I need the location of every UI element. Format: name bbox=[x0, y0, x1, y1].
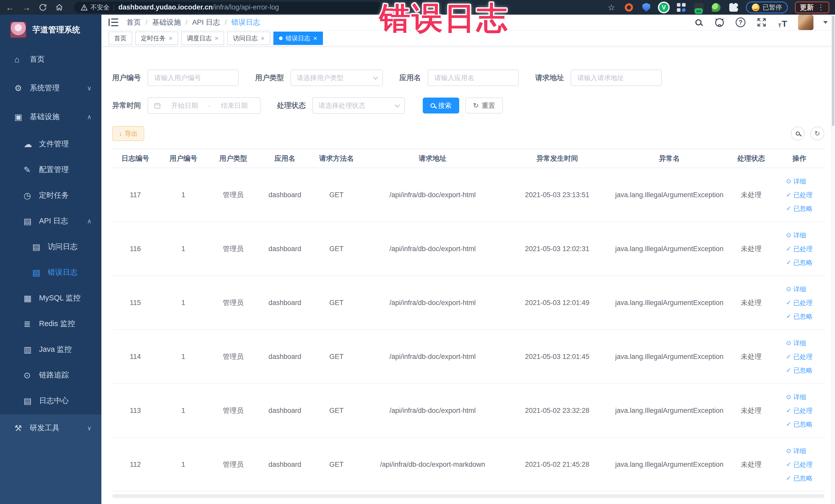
sidebar-item-dev-tools[interactable]: ⚒ 研发工具 ∨ bbox=[0, 414, 101, 442]
processed-link[interactable]: ✓已处理 bbox=[786, 191, 812, 199]
processed-link[interactable]: ✓已处理 bbox=[786, 406, 812, 415]
search-icon[interactable] bbox=[693, 17, 704, 28]
sidebar-item[interactable]: ▤ API 日志 ∧ bbox=[0, 208, 101, 234]
close-icon[interactable]: × bbox=[215, 35, 219, 42]
reset-button[interactable]: ↻ 重置 bbox=[465, 98, 503, 114]
extension-v-icon[interactable]: V bbox=[659, 2, 669, 13]
export-button[interactable]: ↓ 导出 bbox=[112, 126, 144, 141]
annotation-text: 错误日志 bbox=[380, 1, 509, 35]
avatar[interactable] bbox=[798, 15, 813, 30]
tab[interactable]: 首页 × bbox=[108, 32, 132, 45]
extension-puzzle-icon[interactable] bbox=[729, 2, 739, 13]
home-icon[interactable] bbox=[55, 3, 64, 12]
extension-on-icon[interactable]: on bbox=[694, 2, 704, 13]
close-icon[interactable]: × bbox=[169, 35, 172, 42]
user-id-field[interactable] bbox=[148, 69, 239, 86]
tab[interactable]: 调度日志 × bbox=[181, 32, 224, 45]
sidebar-item[interactable]: ⚙ 系统管理 ∨ bbox=[0, 74, 101, 102]
toggle-search-button[interactable] bbox=[791, 126, 805, 140]
processed-link[interactable]: ✓已处理 bbox=[786, 460, 812, 469]
cell-operations: ⊙详细 ✓已处理 ✓已忽略 bbox=[774, 330, 824, 384]
detail-link[interactable]: ⊙详细 bbox=[786, 231, 806, 240]
tab[interactable]: 错误日志 × bbox=[273, 32, 323, 45]
processed-link[interactable]: ✓已处理 bbox=[786, 352, 812, 361]
sidebar-item[interactable]: ⊙ 链路追踪 bbox=[0, 362, 101, 388]
paused-badge[interactable]: 已暂停 bbox=[746, 2, 788, 13]
ignored-link[interactable]: ✓已忽略 bbox=[786, 312, 812, 321]
detail-link[interactable]: ⊙详细 bbox=[786, 393, 806, 401]
horizontal-scrollbar[interactable] bbox=[112, 494, 824, 498]
back-icon[interactable]: ← bbox=[6, 3, 14, 12]
address-bar[interactable]: 不安全 dashboard.yudao.iocoder.cn/infra/log… bbox=[74, 2, 382, 13]
close-icon[interactable]: × bbox=[313, 35, 317, 42]
breadcrumb-item[interactable]: 基础设施 bbox=[152, 18, 192, 27]
cell-url: /api/infra/db-doc/export-html bbox=[361, 222, 504, 276]
tab[interactable]: 定时任务 × bbox=[135, 32, 178, 45]
extension-orange-icon[interactable] bbox=[624, 2, 634, 13]
processed-link[interactable]: ✓已处理 bbox=[786, 299, 812, 307]
extension-grid-icon[interactable] bbox=[676, 2, 686, 13]
breadcrumb-item[interactable]: 错误日志 bbox=[231, 18, 260, 27]
refresh-button[interactable]: ↻ bbox=[810, 126, 824, 140]
sidebar-item[interactable]: ▥ Java 监控 bbox=[0, 337, 101, 362]
ignored-link[interactable]: ✓已忽略 bbox=[786, 204, 812, 213]
eye-icon: ⊙ bbox=[786, 394, 791, 400]
ignored-link[interactable]: ✓已忽略 bbox=[786, 474, 812, 482]
search-button[interactable]: 搜索 bbox=[423, 98, 459, 114]
cell-user-type: 管理员 bbox=[208, 438, 258, 491]
process-status-select[interactable]: 请选择处理状态 bbox=[312, 97, 405, 114]
bookmark-star-icon[interactable]: ☆ bbox=[606, 2, 616, 13]
reload-icon[interactable] bbox=[39, 3, 47, 12]
detail-link[interactable]: ⊙详细 bbox=[786, 285, 806, 294]
chevron-down-icon[interactable] bbox=[823, 21, 828, 24]
breadcrumb-item[interactable]: API 日志 bbox=[192, 18, 231, 27]
ignored-link[interactable]: ✓已忽略 bbox=[786, 420, 812, 428]
sidebar-item[interactable]: ▦ MySQL 监控 bbox=[0, 285, 101, 311]
breadcrumb-item[interactable]: 首页 bbox=[126, 18, 152, 27]
processed-link[interactable]: ✓已处理 bbox=[786, 245, 812, 253]
cell-user-id: 1 bbox=[158, 276, 208, 330]
cell-url: /api/infra/db-doc/export-html bbox=[361, 330, 504, 384]
sidebar-item[interactable]: ☁ 文件管理 bbox=[0, 131, 101, 157]
sidebar-item[interactable]: ≣ Redis 监控 bbox=[0, 311, 101, 337]
scrollbar-thumb[interactable] bbox=[832, 16, 834, 126]
sidebar-item[interactable]: ▤ 日志中心 bbox=[0, 388, 101, 414]
date-range-picker[interactable]: 开始日期 - 结束日期 bbox=[148, 97, 261, 114]
eye-icon: ⊙ bbox=[786, 178, 791, 184]
detail-link[interactable]: ⊙详细 bbox=[786, 339, 806, 347]
detail-link[interactable]: ⊙详细 bbox=[786, 447, 806, 455]
font-size-icon[interactable]: TT bbox=[777, 17, 788, 28]
sidebar-item[interactable]: ▤ 访问日志 bbox=[0, 234, 101, 260]
app-name-field[interactable] bbox=[428, 69, 519, 86]
vertical-scrollbar[interactable] bbox=[831, 15, 835, 504]
sidebar-item[interactable]: ✎ 配置管理 bbox=[0, 157, 101, 183]
ignored-link[interactable]: ✓已忽略 bbox=[786, 258, 812, 267]
sidebar-item[interactable]: ▤ 错误日志 bbox=[0, 260, 101, 285]
security-warning[interactable]: 不安全 bbox=[81, 3, 109, 12]
kebab-menu-icon[interactable]: ⋮ bbox=[817, 3, 824, 12]
check-icon: ✓ bbox=[786, 354, 791, 360]
fullscreen-icon[interactable] bbox=[756, 17, 767, 28]
url-text[interactable]: dashboard.yudao.iocoder.cn/infra/log/api… bbox=[118, 3, 279, 11]
browser-update-button[interactable]: 更新 ⋮ bbox=[795, 2, 829, 13]
ignored-link[interactable]: ✓已忽略 bbox=[786, 366, 812, 375]
github-icon[interactable] bbox=[714, 17, 725, 28]
extension-leaf-icon[interactable] bbox=[711, 2, 721, 13]
request-url-field[interactable] bbox=[571, 69, 662, 86]
chevron-down-icon: ∨ bbox=[87, 84, 91, 92]
sidebar-item[interactable]: ▣ 基础设施 ∧ bbox=[0, 102, 101, 131]
user-type-select[interactable]: 请选择用户类型 bbox=[290, 69, 383, 86]
detail-link[interactable]: ⊙详细 bbox=[786, 177, 806, 186]
help-icon[interactable]: ? bbox=[735, 17, 746, 28]
sidebar-item[interactable]: ⌂ 首页 bbox=[0, 45, 101, 74]
col-user-type: 用户类型 bbox=[208, 149, 258, 168]
hamburger-icon[interactable] bbox=[108, 19, 119, 26]
cell-exception: java.lang.IllegalArgumentException bbox=[611, 222, 728, 276]
table-row: 112 1 管理员 dashboard GET /api/infra/db-do… bbox=[112, 438, 824, 491]
extension-shield-icon[interactable] bbox=[641, 2, 651, 13]
chevron-up-icon: ∧ bbox=[87, 113, 91, 121]
close-icon[interactable]: × bbox=[261, 35, 264, 42]
tab[interactable]: 访问日志 × bbox=[227, 32, 270, 45]
sidebar-item[interactable]: ◷ 定时任务 bbox=[0, 183, 101, 208]
forward-icon[interactable]: → bbox=[22, 3, 31, 12]
